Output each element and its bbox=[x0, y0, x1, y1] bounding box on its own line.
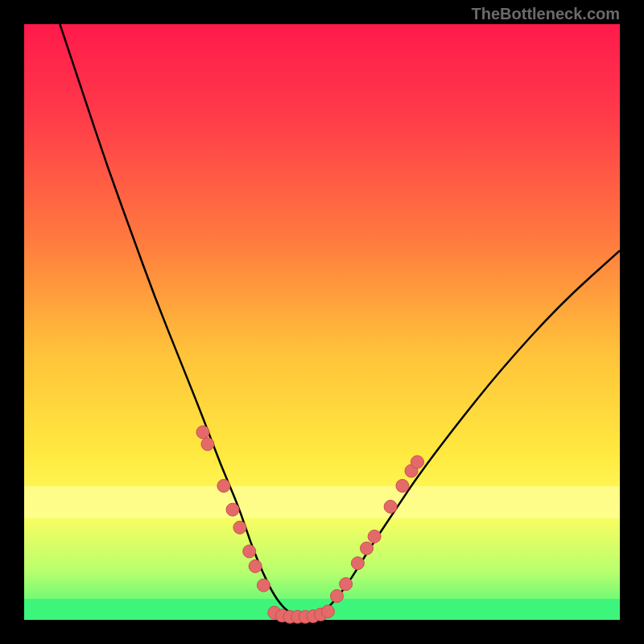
marker-left-0 bbox=[196, 426, 209, 439]
marker-left-7 bbox=[257, 579, 270, 592]
marker-left-3 bbox=[226, 503, 239, 516]
marker-right-3 bbox=[361, 542, 374, 555]
curve-layer bbox=[24, 24, 620, 620]
marker-group bbox=[196, 426, 423, 623]
plot-area bbox=[24, 24, 620, 620]
marker-right-4 bbox=[368, 530, 381, 543]
marker-right-0 bbox=[331, 589, 344, 602]
marker-bottom-7 bbox=[321, 605, 334, 618]
marker-right-8 bbox=[411, 456, 423, 469]
marker-right-2 bbox=[351, 557, 364, 570]
marker-left-6 bbox=[249, 559, 262, 572]
marker-left-5 bbox=[243, 545, 256, 558]
watermark-text: TheBottleneck.com bbox=[472, 5, 620, 23]
marker-right-6 bbox=[396, 480, 409, 493]
marker-left-1 bbox=[201, 438, 214, 451]
marker-left-2 bbox=[217, 480, 230, 493]
marker-right-1 bbox=[340, 578, 353, 591]
marker-right-5 bbox=[384, 500, 397, 513]
bottleneck-curve bbox=[60, 24, 620, 617]
marker-left-4 bbox=[233, 521, 246, 534]
chart-stage: TheBottleneck.com bbox=[0, 0, 644, 644]
